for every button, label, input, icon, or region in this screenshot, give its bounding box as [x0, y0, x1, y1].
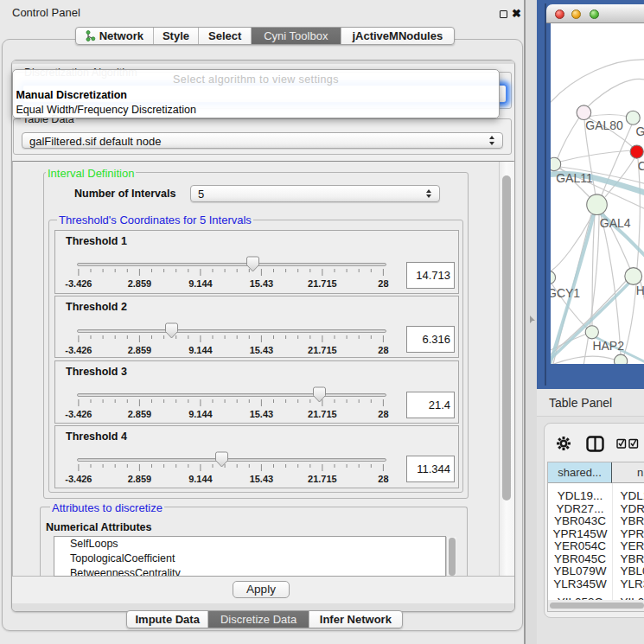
- svg-text:HAP2: HAP2: [592, 339, 624, 353]
- svg-text:GAL11: GAL11: [556, 171, 593, 185]
- svg-text:H: H: [636, 284, 644, 297]
- svg-text:GAL80: GAL80: [585, 118, 623, 132]
- svg-text:GA: GA: [635, 124, 644, 138]
- svg-text:GAL4: GAL4: [600, 216, 631, 230]
- svg-text:C: C: [638, 159, 644, 173]
- svg-text:GCY1: GCY1: [551, 286, 580, 300]
